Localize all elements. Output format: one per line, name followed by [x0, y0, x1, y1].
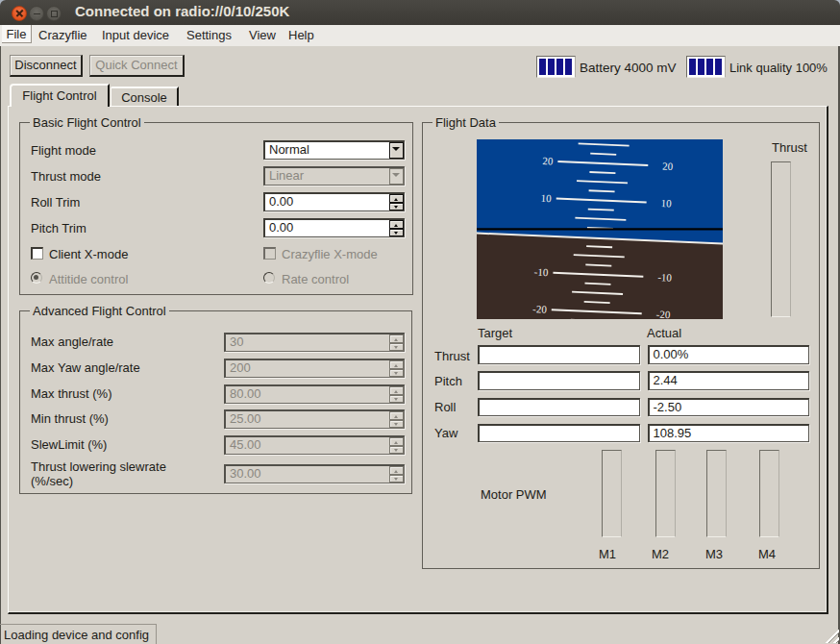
- svg-text:10: 10: [540, 192, 552, 204]
- svg-text:-10: -10: [534, 266, 550, 279]
- svg-text:20: 20: [662, 160, 674, 171]
- svg-text:20: 20: [542, 155, 554, 166]
- svg-text:-20: -20: [655, 309, 671, 319]
- svg-text:-20: -20: [532, 303, 548, 315]
- svg-text:10: 10: [660, 197, 672, 209]
- svg-text:-10: -10: [657, 271, 673, 284]
